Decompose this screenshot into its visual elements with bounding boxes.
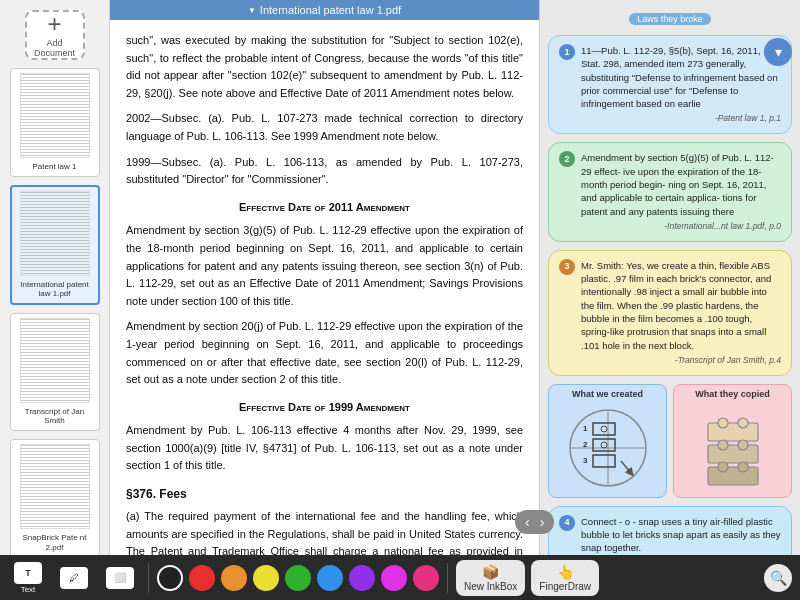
doc-thumb-label: International patent law 1.pdf <box>16 280 94 299</box>
doc-paragraph-6: Amendment by Pub. L. 106-113 effective 4… <box>126 422 523 475</box>
svg-rect-12 <box>708 423 758 441</box>
bubble-source-2: -International...nt law 1.pdf, p.0 <box>559 221 781 233</box>
annotation-bubble-1[interactable]: 1 11—Pub. L. 112-29, §5(b), Sept. 16, 20… <box>548 35 792 134</box>
svg-point-14 <box>738 418 748 428</box>
doc-thumb-patent-law-1[interactable]: Patent law 1 <box>10 68 100 177</box>
svg-point-7 <box>601 442 607 448</box>
nav-left-arrow[interactable]: ‹ <box>521 512 534 532</box>
text-tool-icon: T <box>14 562 42 584</box>
svg-point-13 <box>718 418 728 428</box>
doc-thumb-intl-patent[interactable]: International patent law 1.pdf <box>10 185 100 305</box>
header-triangle-icon: ▼ <box>248 6 256 15</box>
image-comparison-area: What we created 1 2 3 <box>548 384 792 498</box>
svg-rect-5 <box>593 455 615 467</box>
image-box-created: What we created 1 2 3 <box>548 384 667 498</box>
sidebar: + Add Document Patent law 1 Internationa… <box>0 0 110 600</box>
color-red[interactable] <box>189 565 215 591</box>
eraser-icon-glyph: ⬜ <box>114 572 126 583</box>
doc-thumb-transcript[interactable]: Transcript of Jan Smith <box>10 313 100 431</box>
annotation-bubble-3[interactable]: 3 Mr. Smith: Yes, we create a thin, flex… <box>548 250 792 376</box>
text-tool-label: Text <box>21 585 36 594</box>
color-pink[interactable] <box>413 565 439 591</box>
color-yellow[interactable] <box>253 565 279 591</box>
doc-paragraph-4: Amendment by section 3(g)(5) of Pub. L. … <box>126 222 523 310</box>
marker-icon: 🖊 <box>60 567 88 589</box>
finger-draw-button[interactable]: 👆 FingerDraw <box>531 560 599 596</box>
eraser-tool-button[interactable]: ⬜ <box>100 565 140 591</box>
toolbar-separator-2 <box>447 563 448 593</box>
bubble-row: 3 Mr. Smith: Yes, we create a thin, flex… <box>559 259 781 352</box>
image-copied-label: What they copied <box>695 389 770 399</box>
color-magenta[interactable] <box>381 565 407 591</box>
document-content: such", was executed by making the substi… <box>110 20 539 555</box>
add-document-button[interactable]: + Add Document <box>25 10 85 60</box>
svg-text:2: 2 <box>583 440 588 449</box>
doc-thumbnail-text <box>21 319 89 402</box>
doc-thumbnail-image <box>20 318 90 403</box>
doc-paragraph-7: (a) The required payment of the internat… <box>126 508 523 555</box>
eraser-icon: ⬜ <box>106 567 134 589</box>
annotation-bubble-4[interactable]: 4 Connect - o - snap uses a tiny air-fil… <box>548 506 792 555</box>
color-blue[interactable] <box>317 565 343 591</box>
bubble-number-4: 4 <box>559 515 575 531</box>
doc-thumbnail-image <box>20 73 90 158</box>
svg-point-19 <box>718 462 728 472</box>
plus-icon: + <box>47 12 61 36</box>
text-tool-button[interactable]: T Text <box>8 560 48 596</box>
color-orange[interactable] <box>221 565 247 591</box>
section-title-1999: Effective Date of 1999 Amendment <box>126 399 523 417</box>
image-box-copied: What they copied <box>673 384 792 498</box>
nav-right-arrow[interactable]: › <box>536 512 549 532</box>
svg-text:3: 3 <box>583 456 588 465</box>
finger-draw-label: FingerDraw <box>539 581 591 592</box>
doc-thumbnail-text <box>21 445 89 528</box>
bubble-number-3: 3 <box>559 259 575 275</box>
zoom-button[interactable]: 🔍 <box>764 564 792 592</box>
svg-rect-18 <box>708 467 758 485</box>
bubble-number-2: 2 <box>559 151 575 167</box>
new-inkbox-button[interactable]: 📦 New InkBox <box>456 560 525 596</box>
section-title-2011: Effective Date of 2011 Amendment <box>126 199 523 217</box>
zoom-icon: 🔍 <box>770 570 787 586</box>
color-purple[interactable] <box>349 565 375 591</box>
doc-thumbnail-text <box>21 74 89 157</box>
doc-thumbnail-image <box>20 191 90 276</box>
scroll-down-button[interactable]: ▾ <box>764 38 792 66</box>
bubble-text-3: Mr. Smith: Yes, we create a thin, flexib… <box>581 259 781 352</box>
laws-tag: Laws they broke <box>629 13 711 25</box>
document-header: ▼ International patent law 1.pdf <box>110 0 539 20</box>
image-created-label: What we created <box>572 389 643 399</box>
navigation-arrows: ‹ › <box>515 510 554 534</box>
text-tool-icon-label: T <box>25 568 31 578</box>
bubble-row: 1 11—Pub. L. 112-29, §5(b), Sept. 16, 20… <box>559 44 781 110</box>
doc-paragraph-3: 1999—Subsec. (a). Pub. L. 106-113, as am… <box>126 154 523 189</box>
doc-thumb-snapbrick[interactable]: SnapBrick Pate nt 2.pdf <box>10 439 100 557</box>
marker-tool-button[interactable]: 🖊 <box>54 565 94 591</box>
doc-paragraph-5: Amendment by section 20(j) of Pub. L. 11… <box>126 318 523 388</box>
document-header-title: International patent law 1.pdf <box>260 4 401 16</box>
svg-rect-4 <box>593 439 615 451</box>
add-document-label: Add Document <box>27 38 83 58</box>
bottom-toolbar: T Text 🖊 ⬜ 📦 New InkBox 👆 FingerDraw 🔍 <box>0 555 800 600</box>
color-green[interactable] <box>285 565 311 591</box>
svg-rect-15 <box>708 445 758 463</box>
toolbar-separator-1 <box>148 563 149 593</box>
new-inkbox-icon: 📦 <box>482 564 499 580</box>
svg-point-17 <box>738 440 748 450</box>
bubble-source-1: -Patent law 1, p.1 <box>559 113 781 125</box>
bubble-row: 4 Connect - o - snap uses a tiny air-fil… <box>559 515 781 555</box>
svg-point-6 <box>601 426 607 432</box>
bubble-row: 2 Amendment by section 5(g)(5) of Pub. L… <box>559 151 781 217</box>
doc-paragraph-1: such", was executed by making the substi… <box>126 32 523 102</box>
doc-thumbnail-text <box>21 192 89 275</box>
doc-thumb-label: Transcript of Jan Smith <box>15 407 95 426</box>
bubble-number-1: 1 <box>559 44 575 60</box>
finger-draw-icon: 👆 <box>557 564 574 580</box>
svg-point-20 <box>738 462 748 472</box>
patent-figure-svg: 1 2 3 <box>563 403 653 493</box>
svg-point-16 <box>718 440 728 450</box>
color-black[interactable] <box>157 565 183 591</box>
annotation-bubble-2[interactable]: 2 Amendment by section 5(g)(5) of Pub. L… <box>548 142 792 241</box>
svg-line-11 <box>621 461 631 473</box>
bubble-text-4: Connect - o - snap uses a tiny air-fille… <box>581 515 781 555</box>
